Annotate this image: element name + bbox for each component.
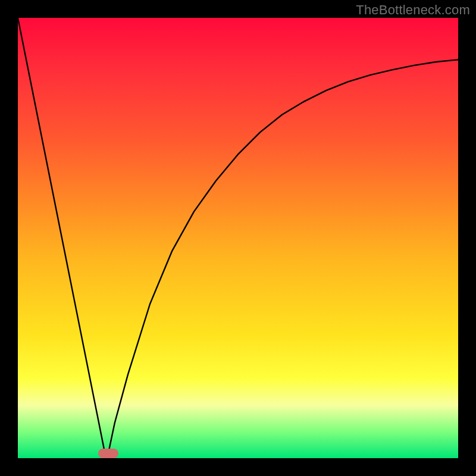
- curve-layer: [18, 18, 458, 458]
- attribution-label: TheBottleneck.com: [356, 2, 470, 18]
- bottleneck-curve: [18, 18, 458, 458]
- optimum-marker: [98, 449, 118, 458]
- chart-frame: TheBottleneck.com: [0, 0, 476, 476]
- plot-area: [18, 18, 458, 458]
